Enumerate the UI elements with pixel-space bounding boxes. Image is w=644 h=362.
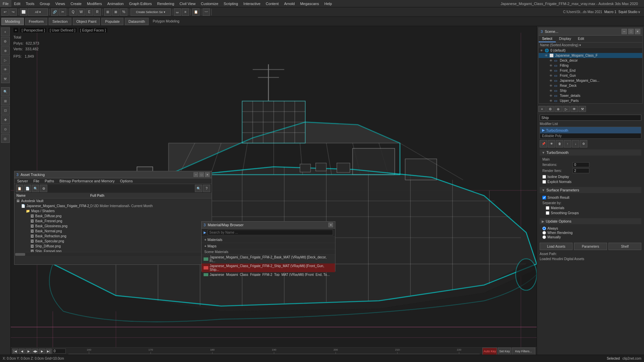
fov-btn[interactable]: ◎ (1, 134, 10, 143)
unlink-btn[interactable]: ✂ (59, 8, 66, 16)
mb-mat-row-2[interactable]: Japanese_Mogami_Class_Frigate_FFM-2_Top_… (202, 272, 335, 276)
at-btn-1[interactable]: 📋 (16, 185, 23, 192)
scene-close-btn[interactable]: ✕ (635, 29, 640, 34)
menu-edit[interactable]: Edit (11, 0, 23, 7)
shelf-btn[interactable]: Shelf (608, 243, 641, 250)
at-menu-options[interactable]: Options (117, 178, 136, 184)
parameters-btn[interactable]: Parameters (574, 243, 607, 250)
at-menu-file[interactable]: File (31, 178, 42, 184)
scale-btn[interactable]: R (94, 8, 101, 16)
menu-content[interactable]: Content (263, 0, 281, 7)
sort-label[interactable]: Name (Sorted Ascending) ▾ (539, 43, 642, 48)
current-frame-input[interactable] (52, 349, 66, 354)
at-row-4[interactable]: 🖼Bask_Fresnel.png (14, 219, 212, 224)
tree-item-ship_root[interactable]: 👁⬜Japanese_Mogami_Class_F (539, 53, 642, 58)
config-mod-btn[interactable]: ⚙ (580, 140, 587, 147)
pan-btn[interactable]: ✥ (1, 115, 10, 124)
mirror-btn[interactable]: ⧢ (174, 8, 181, 16)
at-btn-2[interactable]: 📄 (24, 185, 31, 192)
zoom-region-btn[interactable]: ⊡ (1, 106, 10, 115)
tree-item-upper_parts[interactable]: 👁▭Upper_Parts (539, 98, 642, 103)
scene-maximize-btn[interactable]: □ (628, 29, 634, 34)
tree-item-filling[interactable]: 👁▭Filling (539, 63, 642, 68)
curve-editor-btn[interactable]: 〰 (203, 8, 210, 16)
mb-search-input[interactable] (208, 230, 333, 235)
rotate-btn[interactable]: E (86, 8, 93, 16)
mb-maps-section[interactable]: + Maps (202, 243, 335, 249)
at-row-9[interactable]: 🖼Ship_Diffuse.png (14, 244, 212, 249)
tab-modeling[interactable]: Modeling (1, 18, 24, 25)
at-maximize-btn[interactable]: □ (199, 172, 204, 177)
motion-panel-btn[interactable]: ▷ (1, 56, 10, 64)
tree-item-ship[interactable]: 👁▭Ship (539, 88, 642, 93)
at-btn-3[interactable]: 🔍 (32, 185, 39, 192)
at-minimize-btn[interactable]: ─ (194, 172, 198, 177)
align-btn[interactable]: ≡ (182, 8, 189, 16)
menu-megascans[interactable]: Megascans (298, 0, 322, 7)
hierarchy-panel-btn[interactable]: ⊕ (1, 46, 10, 55)
tab-object-paint[interactable]: Object Paint (73, 18, 100, 25)
at-hscrollbar[interactable] (14, 252, 212, 256)
redo-button[interactable]: ↪ (9, 8, 17, 16)
hierarchy-icon[interactable]: ⊕ (554, 106, 562, 112)
at-row-3[interactable]: 🖼Bask_Diffuse.png (14, 214, 212, 219)
tree-item-front_end[interactable]: 👁▭Front_End (539, 68, 642, 73)
create-selection-btn[interactable]: Create Selection Se ▾ (130, 8, 171, 16)
utilities-panel-btn[interactable]: ⚒ (1, 74, 10, 83)
mb-close-btn[interactable]: ✕ (328, 223, 333, 227)
tree-item-default[interactable]: 👁🌐0 (default) (539, 48, 642, 53)
load-assets-btn[interactable]: Load Assets (540, 243, 573, 250)
menu-create[interactable]: Create (68, 0, 84, 7)
play-back-btn[interactable]: ◀▶ (32, 349, 38, 354)
at-row-10[interactable]: 🖼Ship_Fresnel.png (14, 249, 212, 252)
select-object-btn[interactable]: Q (69, 8, 77, 16)
object-name-input[interactable] (540, 115, 641, 121)
menu-civil-view[interactable]: Civil View (177, 0, 198, 7)
tab-selection[interactable]: Selection (49, 18, 71, 25)
menu-modifiers[interactable]: Modifiers (84, 0, 105, 7)
key-filters-btn[interactable]: Key Filters... (512, 348, 535, 355)
iterations-input[interactable] (573, 162, 589, 167)
tab-populate[interactable]: Populate (101, 18, 123, 25)
menu-views[interactable]: Views (53, 0, 68, 7)
goto-start-btn[interactable]: |◀ (12, 349, 18, 354)
menu-rendering[interactable]: Rendering (155, 0, 177, 7)
modify-panel-icon[interactable]: ⚙ (546, 106, 554, 112)
scene-tab-display[interactable]: Display (556, 36, 575, 42)
zoom-all-btn[interactable]: ⊞ (1, 97, 10, 105)
at-row-2[interactable]: 📁Maps / Shaders (14, 208, 212, 214)
smoothing-groups-checkbox[interactable] (546, 211, 549, 215)
move-down-btn[interactable]: ↓ (572, 140, 579, 147)
orbit-btn[interactable]: ⊙ (1, 125, 10, 133)
isoline-checkbox[interactable] (542, 175, 546, 179)
display-panel-btn[interactable]: 👁 (1, 65, 10, 74)
menu-file[interactable]: File (0, 0, 11, 7)
menu-group[interactable]: Group (37, 0, 53, 7)
prev-frame-btn[interactable]: ◀ (19, 349, 25, 354)
surface-params-header[interactable]: ▼ Surface Parameters (540, 187, 641, 193)
at-menu-paths[interactable]: Paths (42, 178, 57, 184)
layer-btn[interactable]: 📋 (192, 8, 200, 16)
select-filter[interactable]: All ▾ (28, 8, 48, 16)
tree-item-deck_decor[interactable]: 👁▭Deck_decor (539, 58, 642, 63)
link-btn[interactable]: 🔗 (51, 8, 58, 16)
at-search-btn[interactable]: 🔍 (195, 185, 202, 192)
display-icon[interactable]: 👁 (571, 106, 578, 112)
at-close-btn[interactable]: ✕ (205, 172, 210, 177)
percent-snap-btn[interactable]: % (120, 8, 127, 16)
render-iters-input[interactable] (573, 168, 589, 173)
pin-mod-btn[interactable]: 📌 (540, 140, 547, 147)
turbosmooth-header[interactable]: ▼ TurboSmooth (540, 149, 641, 156)
smooth-result-checkbox[interactable] (542, 196, 546, 199)
motion-icon[interactable]: ▷ (562, 106, 570, 112)
undo-button[interactable]: ↩ (1, 8, 9, 16)
tree-item-japanese_mogami[interactable]: 👁▭Japanese_Mogami_Clas... (539, 78, 642, 83)
at-row-5[interactable]: 🖼Bask_Glossiness.png (14, 224, 212, 229)
set-key-btn[interactable]: Set Key (498, 348, 511, 355)
scene-tab-edit[interactable]: Edit (575, 36, 588, 42)
at-row-8[interactable]: 🖼Bask_Specular.png (14, 239, 212, 244)
menu-graph-editors[interactable]: Graph Editors (126, 0, 155, 7)
at-help-btn[interactable]: ? (203, 185, 210, 192)
menu-tools[interactable]: Tools (23, 0, 37, 7)
timeline-ticks[interactable]: 160 170 180 190 200 210 220 (67, 348, 481, 355)
